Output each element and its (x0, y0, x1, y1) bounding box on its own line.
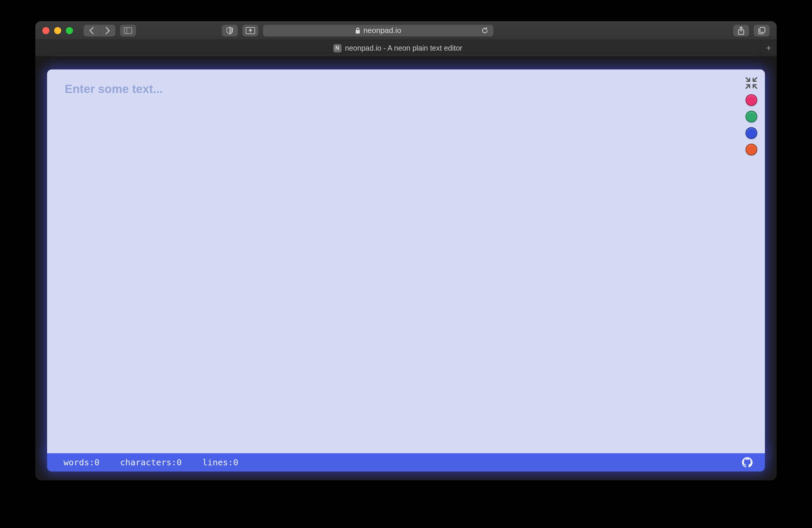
address-bar[interactable]: neonpad.io (263, 25, 493, 37)
tab-title: neonpad.io - A neon plain text editor (345, 44, 463, 52)
page-content: words: 0 characters: 0 lines: 0 (35, 57, 777, 480)
sidebar-toggle-button[interactable] (120, 25, 136, 37)
theme-green-button[interactable] (745, 111, 757, 123)
status-bar: words: 0 characters: 0 lines: 0 (47, 453, 765, 471)
back-button[interactable] (84, 25, 99, 37)
browser-window: neonpad.io N neonpad.io - A neon plain t… (35, 21, 777, 480)
line-count: lines: 0 (202, 457, 238, 467)
url-text: neonpad.io (363, 26, 401, 35)
theme-blue-button[interactable] (745, 127, 757, 139)
editor-container (47, 70, 765, 453)
new-tab-button[interactable]: + (760, 40, 777, 56)
word-count: words: 0 (63, 457, 99, 467)
close-window-button[interactable] (42, 27, 49, 34)
theme-orange-button[interactable] (745, 144, 757, 155)
browser-tab[interactable]: N neonpad.io - A neon plain text editor (35, 40, 760, 56)
svg-rect-3 (356, 30, 360, 33)
tab-bar: N neonpad.io - A neon plain text editor … (35, 40, 777, 57)
text-editor[interactable] (47, 70, 765, 453)
github-link[interactable] (741, 456, 753, 468)
bookmarks-button[interactable] (243, 25, 258, 37)
lock-icon (355, 27, 360, 34)
forward-button[interactable] (99, 25, 115, 37)
character-count: characters: 0 (120, 457, 182, 467)
nav-button-group (84, 25, 115, 37)
tab-favicon: N (333, 44, 342, 52)
reload-button[interactable] (481, 27, 489, 34)
exit-fullscreen-button[interactable] (745, 76, 758, 89)
maximize-window-button[interactable] (66, 27, 73, 34)
minimize-window-button[interactable] (54, 27, 61, 34)
window-controls (42, 27, 73, 34)
theme-pink-button[interactable] (745, 94, 757, 106)
svg-rect-0 (124, 28, 132, 33)
browser-toolbar: neonpad.io (35, 21, 777, 40)
share-button[interactable] (733, 25, 749, 37)
svg-rect-5 (760, 27, 765, 32)
editor-controls (745, 76, 758, 155)
privacy-shield-button[interactable] (222, 25, 238, 37)
show-tabs-button[interactable] (754, 25, 770, 37)
